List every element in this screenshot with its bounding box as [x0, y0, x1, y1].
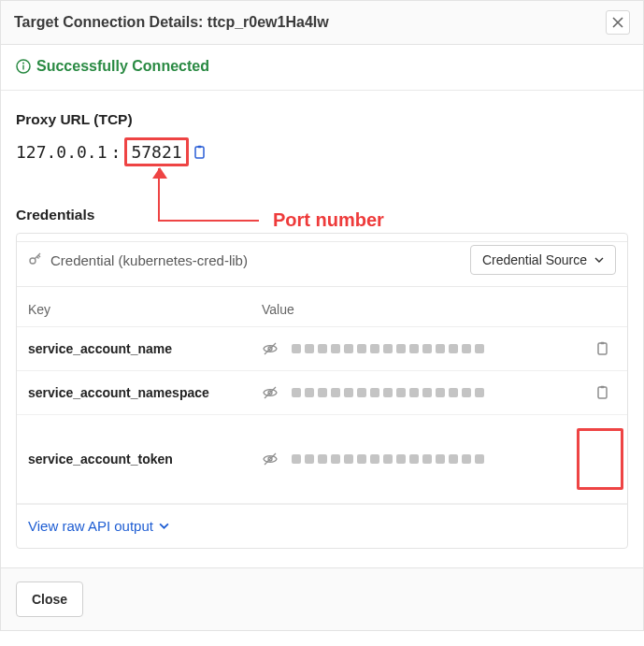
table-row: service_account_name — [17, 327, 627, 371]
column-key-header: Key — [28, 302, 262, 317]
modal-title: Target Connection Details: ttcp_r0ew1Ha4… — [14, 14, 329, 31]
clipboard-icon — [595, 385, 610, 400]
clipboard-icon — [193, 145, 208, 160]
clipboard-icon — [595, 341, 610, 356]
kv-table-header: Key Value — [17, 287, 627, 327]
table-row: service_account_namespace — [17, 371, 627, 415]
close-icon — [612, 17, 623, 28]
info-icon — [16, 59, 31, 74]
reveal-value-button[interactable] — [262, 340, 279, 357]
proxy-url-row: 127.0.0.1:57821 — [16, 137, 628, 166]
status-text: Successfully Connected — [36, 58, 209, 75]
credential-source-label: Credential Source — [482, 252, 587, 267]
modal-header: Target Connection Details: ttcp_r0ew1Ha4… — [1, 1, 643, 45]
annotation-arrow: Port number — [16, 168, 628, 234]
chevron-down-icon — [159, 521, 169, 531]
eye-off-icon — [262, 340, 279, 357]
eye-off-icon — [262, 451, 279, 467]
credential-key: service_account_namespace — [28, 385, 262, 400]
close-icon-button[interactable] — [606, 10, 630, 35]
reveal-value-button[interactable] — [262, 384, 279, 401]
credentials-card: Credential (kubernetes-cred-lib) Credent… — [16, 233, 628, 549]
svg-rect-7 — [598, 343, 607, 354]
modal-footer: Close — [1, 567, 643, 630]
copy-value-button[interactable] — [577, 428, 623, 490]
masked-value — [292, 454, 484, 464]
credentials-card-footer: View raw API output — [17, 504, 627, 548]
svg-point-1 — [22, 63, 24, 65]
close-button[interactable]: Close — [16, 581, 83, 617]
credential-source-dropdown[interactable]: Credential Source — [470, 245, 616, 275]
credentials-card-header: Credential (kubernetes-cred-lib) Credent… — [17, 234, 627, 287]
raw-api-output-label: View raw API output — [28, 518, 153, 534]
proxy-url-heading: Proxy URL (TCP) — [16, 111, 628, 128]
key-icon — [28, 252, 43, 267]
masked-value — [292, 344, 484, 353]
column-value-header: Value — [262, 302, 616, 317]
eye-off-icon — [262, 384, 279, 401]
credential-key: service_account_token — [28, 452, 262, 467]
reveal-value-button[interactable] — [262, 451, 279, 467]
masked-value — [292, 388, 484, 397]
status-bar: Successfully Connected — [1, 45, 643, 91]
copy-url-button[interactable] — [193, 145, 208, 160]
chevron-down-icon — [594, 255, 604, 265]
svg-rect-2 — [22, 65, 23, 70]
svg-rect-10 — [598, 387, 607, 398]
svg-rect-4 — [197, 145, 201, 147]
view-raw-api-output-link[interactable]: View raw API output — [28, 518, 169, 534]
proxy-sep: : — [111, 142, 122, 162]
port-number-annotation: Port number — [273, 209, 384, 231]
proxy-port: 57821 — [124, 137, 188, 166]
copy-value-button[interactable] — [590, 341, 616, 356]
svg-rect-8 — [601, 342, 605, 344]
svg-rect-11 — [601, 386, 605, 388]
copy-value-button[interactable] — [590, 385, 616, 400]
credential-key: service_account_name — [28, 341, 262, 356]
modal-content: Proxy URL (TCP) 127.0.0.1:57821 Port num… — [1, 91, 643, 567]
proxy-host: 127.0.0.1 — [16, 142, 107, 162]
connection-details-modal: Target Connection Details: ttcp_r0ew1Ha4… — [0, 0, 644, 631]
table-row: service_account_token — [17, 415, 627, 504]
credential-name: Credential (kubernetes-cred-lib) — [50, 252, 248, 268]
svg-rect-3 — [195, 147, 204, 158]
